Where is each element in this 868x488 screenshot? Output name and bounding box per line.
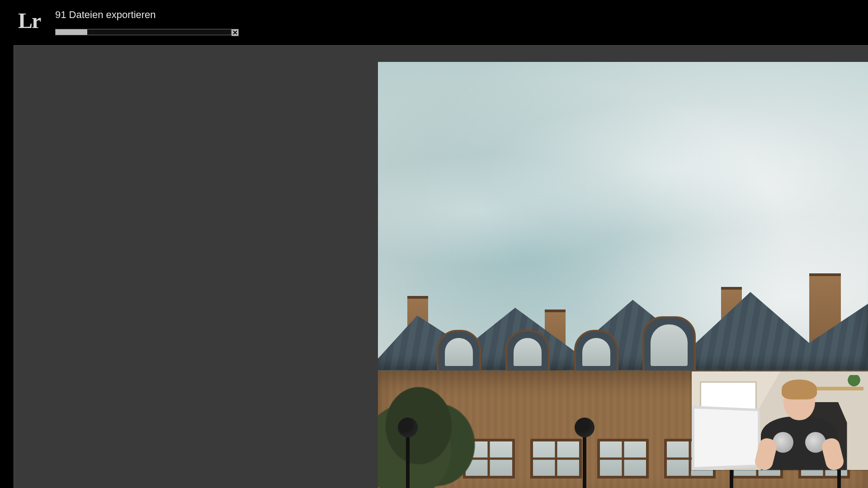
app-logo: Lr [18,10,40,32]
photo-streetlamp [397,411,418,488]
photo-dormer [505,330,550,374]
app-logo-text: Lr [18,9,40,33]
close-icon [233,30,237,35]
export-cancel-button[interactable] [231,29,239,36]
photo-streetlamp [574,411,595,488]
photo-dormer [642,316,696,374]
export-progress [55,29,239,35]
webcam-monitor [692,406,760,470]
photo-dormer [574,330,618,374]
photo-dormer [437,330,481,374]
webcam-plant [847,375,861,388]
app-top-bar: Lr 91 Dateien exportieren [0,0,868,45]
export-progress-fill [56,29,87,35]
photo-window [597,439,649,479]
webcam-overlay [692,371,868,470]
webcam-person [759,380,840,470]
export-progress-bar [55,29,231,35]
export-progress-label: 91 Dateien exportieren [55,9,156,21]
image-viewport[interactable] [14,45,868,488]
photo-tree [378,375,477,488]
